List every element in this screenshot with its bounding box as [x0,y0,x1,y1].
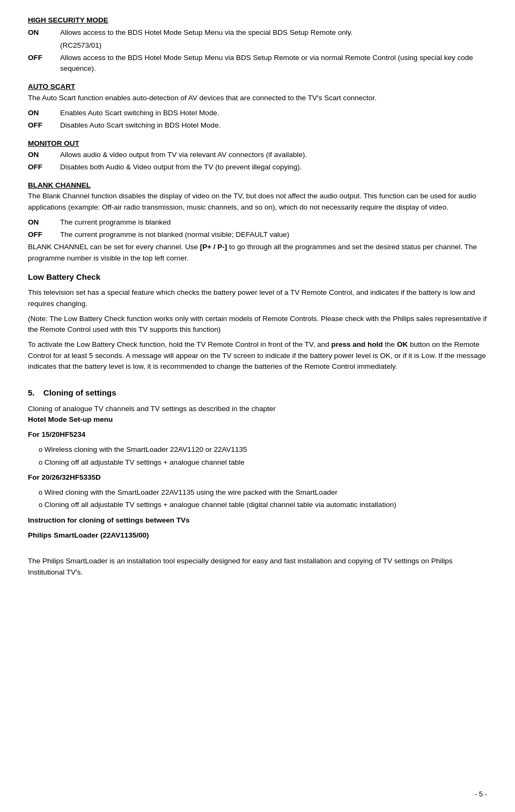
monitor-out-on-row: ON Allows audio & video output from TV v… [28,150,487,160]
low-battery-para2: (Note: The Low Battery Check function wo… [28,314,487,336]
low-battery-title: Low Battery Check [28,272,100,281]
auto-scart-off-row: OFF Disables Auto Scart switching in BDS… [28,120,487,131]
cloning-for1-item1: Wireless cloning with the SmartLoader 22… [39,444,487,455]
auto-scart-title: AUTO SCART [28,83,75,91]
auto-scart-section: AUTO SCART The Auto Scart function enabl… [28,81,487,131]
cloning-section: 5. Cloning of settings Cloning of analog… [28,387,487,578]
cloning-for2-title: For 20/26/32HF5335D [28,472,487,483]
auto-scart-off-label: OFF [28,120,60,131]
monitor-out-title: MONITOR OUT [28,139,79,147]
low-battery-para3: To activate the Low Battery Check functi… [28,339,487,372]
cloning-for2-item2: Cloning off all adjustable TV settings +… [39,500,487,510]
monitor-out-title-row: MONITOR OUT [28,138,487,149]
high-security-on-row: ON Allows access to the BDS Hotel Mode S… [28,27,487,38]
auto-scart-on-row: ON Enables Auto Scart switching in BDS H… [28,108,487,118]
cloning-instruction-bold2: Philips SmartLoader (22AV1135/00) [28,530,487,541]
high-security-on-text: Allows access to the BDS Hotel Mode Setu… [60,27,487,38]
monitor-out-off-row: OFF Disables both Audio & Video output f… [28,162,487,173]
cloning-for2-item1: Wired cloning with the SmartLoader 22AV1… [39,487,487,498]
high-security-off-label: OFF [28,53,60,75]
low-battery-para3-bold: press and hold [332,340,383,348]
high-security-rc-spacer [28,40,60,51]
monitor-out-on-text: Allows audio & video output from TV via … [60,150,487,160]
high-security-title: HIGH SECURITY MODE [28,15,108,26]
low-battery-para1: This television set has a special featur… [28,287,487,309]
cloning-number: 5. [28,388,35,397]
blank-channel-on-label: ON [28,217,60,228]
cloning-heading-row: 5. Cloning of settings [28,387,487,399]
monitor-out-on-label: ON [28,150,60,160]
cloning-title: Cloning of settings [36,388,116,397]
blank-channel-on-text: The current programme is blanked [60,217,487,228]
high-security-off-text: Allows access to the BDS Hotel Mode Setu… [60,53,487,75]
low-battery-section: Low Battery Check This television set ha… [28,271,487,372]
high-security-rc-row: (RC2573/01) [28,40,487,51]
high-security-off-row: OFF Allows access to the BDS Hotel Mode … [28,53,487,75]
auto-scart-title-row: AUTO SCART [28,81,487,92]
high-security-title-row: HIGH SECURITY MODE [28,15,487,26]
cloning-for1-list: Wireless cloning with the SmartLoader 22… [39,444,487,468]
low-battery-para3-pre: To activate the Low Battery Check functi… [28,340,332,348]
high-security-rc-note: (RC2573/01) [60,40,487,51]
blank-channel-off-row: OFF The current programme is not blanked… [28,229,487,240]
high-security-section: HIGH SECURITY MODE ON Allows access to t… [28,15,487,74]
blank-channel-off-label: OFF [28,229,60,240]
auto-scart-off-text: Disables Auto Scart switching in BDS Hot… [60,120,487,131]
cloning-instruction-bold1: Instruction for cloning of settings betw… [28,515,487,526]
auto-scart-description: The Auto Scart function enables auto-det… [28,93,487,103]
blank-channel-extra-bold: [P+ / P-] [200,243,227,251]
auto-scart-on-text: Enables Auto Scart switching in BDS Hote… [60,108,487,118]
blank-channel-on-row: ON The current programme is blanked [28,217,487,228]
monitor-out-off-label: OFF [28,162,60,173]
page-content: HIGH SECURITY MODE ON Allows access to t… [0,0,515,615]
monitor-out-off-text: Disables both Audio & Video output from … [60,162,487,173]
blank-channel-extra-pre: BLANK CHANNEL can be set for every chann… [28,243,200,251]
auto-scart-on-label: ON [28,108,60,118]
cloning-description: Cloning of analogue TV channels and TV s… [28,404,487,426]
low-battery-para3-ok: OK [397,340,408,348]
high-security-on-label: ON [28,27,60,38]
cloning-desc-bold: Hotel Mode Set-up menu [28,415,113,423]
page-number: - 5 - [475,789,487,800]
low-battery-para3-mid: the [383,340,397,348]
blank-channel-off-text: The current programme is not blanked (no… [60,229,487,240]
cloning-for1-item2: Cloning off all adjustable TV settings +… [39,457,487,468]
cloning-for2-list: Wired cloning with the SmartLoader 22AV1… [39,487,487,511]
cloning-desc-text: Cloning of analogue TV channels and TV s… [28,405,276,413]
blank-channel-title-row: BLANK CHANNEL [28,180,487,191]
cloning-for1-title: For 15/20HF5234 [28,429,487,440]
blank-channel-extra: BLANK CHANNEL can be set for every chann… [28,242,487,264]
blank-channel-title: BLANK CHANNEL [28,181,91,189]
monitor-out-section: MONITOR OUT ON Allows audio & video outp… [28,138,487,173]
cloning-final-para: The Philips SmartLoader is an installati… [28,556,487,578]
blank-channel-section: BLANK CHANNEL The Blank Channel function… [28,180,487,264]
blank-channel-description: The Blank Channel function disables the … [28,191,487,213]
